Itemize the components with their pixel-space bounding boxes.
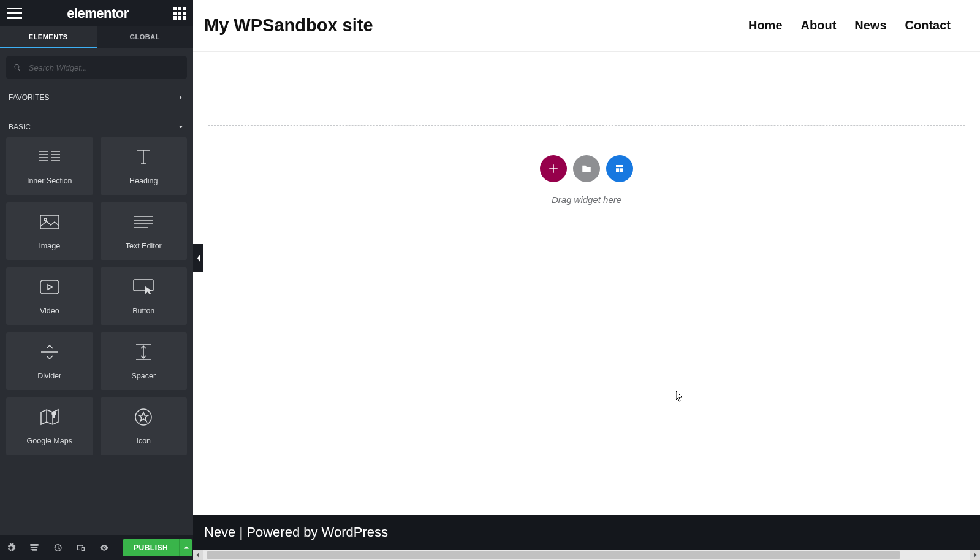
widget-label: Button	[132, 307, 154, 315]
editor-canvas[interactable]: Drag widget here	[193, 52, 980, 515]
widgets-grid: Inner Section Heading Image Text Editor …	[0, 137, 193, 455]
map-icon	[40, 407, 59, 427]
widget-button[interactable]: Button	[101, 267, 188, 325]
nav-news[interactable]: News	[854, 18, 886, 33]
search-icon	[13, 63, 21, 72]
site-title[interactable]: My WPSandbox site	[204, 15, 373, 36]
heading-icon	[133, 147, 154, 167]
svg-point-26	[52, 412, 56, 415]
elementor-sidebar: elementor ELEMENTS GLOBAL FAVORITES BASI…	[0, 0, 193, 560]
spacer-icon	[135, 342, 151, 362]
mouse-cursor	[676, 391, 683, 402]
widget-label: Image	[39, 242, 60, 250]
widget-video[interactable]: Video	[6, 267, 93, 325]
publish-options-button[interactable]	[179, 539, 192, 556]
svg-rect-11	[40, 215, 59, 229]
widget-image[interactable]: Image	[6, 202, 93, 260]
tab-elements[interactable]: ELEMENTS	[0, 26, 97, 48]
site-footer: Neve | Powered by WordPress	[193, 515, 980, 550]
apps-grid-icon[interactable]	[173, 7, 186, 20]
section-basic-label: BASIC	[9, 123, 31, 131]
dropzone-hint: Drag widget here	[552, 194, 621, 205]
preview-pane: My WPSandbox site Home About News Contac…	[193, 0, 980, 560]
section-basic[interactable]: BASIC	[0, 114, 193, 137]
section-favorites[interactable]: FAVORITES	[0, 85, 193, 108]
widget-heading[interactable]: Heading	[101, 137, 188, 195]
widget-inner-section[interactable]: Inner Section	[6, 137, 93, 195]
divider-icon	[40, 342, 59, 362]
responsive-icon[interactable]	[76, 543, 86, 553]
widget-spacer[interactable]: Spacer	[101, 332, 188, 390]
add-template-button[interactable]	[606, 155, 633, 182]
svg-rect-17	[40, 280, 59, 294]
star-circle-icon	[134, 407, 153, 427]
brand-logo: elementor	[67, 6, 129, 21]
footer-text: Powered by WordPress	[246, 524, 388, 540]
text-editor-icon	[134, 212, 153, 232]
history-icon[interactable]	[53, 543, 63, 553]
widget-label: Google Maps	[27, 437, 72, 445]
triangle-right-icon	[973, 553, 978, 558]
svg-marker-28	[139, 412, 148, 421]
settings-icon[interactable]	[6, 543, 16, 553]
video-icon	[40, 277, 59, 297]
svg-rect-19	[134, 280, 153, 291]
svg-marker-18	[48, 285, 52, 290]
sidebar-footer: PUBLISH	[0, 535, 193, 560]
search-container	[0, 48, 193, 85]
primary-nav: Home About News Contact	[748, 18, 951, 33]
search-box[interactable]	[6, 56, 187, 79]
widget-text-editor[interactable]: Text Editor	[101, 202, 188, 260]
inner-section-icon	[39, 147, 60, 167]
template-icon	[614, 163, 625, 174]
chevron-down-icon	[177, 123, 184, 131]
footer-theme-link[interactable]: Neve	[204, 524, 235, 540]
add-section-button[interactable]	[540, 155, 567, 182]
widget-google-maps[interactable]: Google Maps	[6, 397, 93, 455]
widget-icon[interactable]: Icon	[101, 397, 188, 455]
widget-label: Spacer	[131, 372, 156, 380]
widget-divider[interactable]: Divider	[6, 332, 93, 390]
widget-label: Inner Section	[27, 177, 72, 185]
search-input[interactable]	[29, 63, 180, 72]
sidebar-header: elementor	[0, 0, 193, 26]
scroll-right-button[interactable]	[970, 550, 980, 560]
publish-group: PUBLISH	[123, 539, 192, 556]
menu-icon[interactable]	[7, 8, 22, 19]
nav-contact[interactable]: Contact	[905, 18, 951, 33]
collapse-sidebar-button[interactable]	[193, 244, 203, 272]
tab-global[interactable]: GLOBAL	[97, 26, 194, 48]
add-template-folder-button[interactable]	[573, 155, 600, 182]
caret-up-icon	[184, 545, 189, 550]
horizontal-scrollbar[interactable]	[193, 550, 980, 560]
widget-label: Divider	[37, 372, 61, 380]
button-icon	[133, 277, 154, 297]
footer-sep: |	[235, 524, 246, 540]
preview-icon[interactable]	[99, 543, 109, 553]
scroll-thumb[interactable]	[207, 551, 900, 559]
image-icon	[40, 212, 59, 232]
chevron-left-icon	[196, 255, 201, 262]
sidebar-tabs: ELEMENTS GLOBAL	[0, 26, 193, 48]
section-favorites-label: FAVORITES	[9, 93, 49, 102]
svg-point-12	[44, 218, 47, 221]
nav-home[interactable]: Home	[748, 18, 783, 33]
site-header: My WPSandbox site Home About News Contac…	[193, 0, 980, 52]
dropzone-buttons	[540, 155, 633, 182]
folder-icon	[581, 163, 592, 174]
chevron-right-icon	[177, 94, 184, 101]
scroll-left-button[interactable]	[193, 550, 203, 560]
widget-label: Text Editor	[126, 242, 162, 250]
navigator-icon[interactable]	[29, 543, 39, 553]
widget-label: Icon	[136, 437, 151, 445]
add-section-dropzone[interactable]: Drag widget here	[208, 125, 965, 234]
plus-icon	[548, 163, 559, 174]
triangle-left-icon	[196, 553, 200, 558]
nav-about[interactable]: About	[801, 18, 837, 33]
widget-label: Heading	[129, 177, 158, 185]
widget-label: Video	[40, 307, 59, 315]
publish-button[interactable]: PUBLISH	[123, 539, 179, 556]
